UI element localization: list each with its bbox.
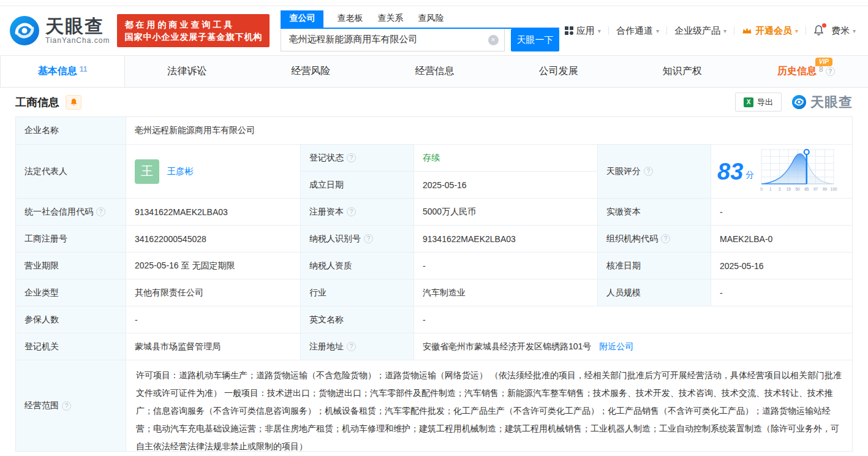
tab-basic-info[interactable]: 基本信息 11 (0, 56, 125, 87)
taxpayer-quality-label: 纳税人资质 (301, 253, 414, 279)
nav-separator (666, 26, 667, 35)
company-name-value: 亳州远程新能源商用车有限公司 (126, 117, 852, 145)
notification-dot (822, 23, 826, 28)
svg-text:99: 99 (823, 187, 828, 191)
tab-legal-litigation[interactable]: 法律诉讼 (125, 56, 249, 87)
reg-number-label: 工商注册号 (16, 226, 126, 253)
help-icon[interactable]: ? (347, 153, 356, 162)
slogan-line1: 都在用的商业查询工具 (124, 18, 262, 31)
crown-icon (742, 26, 752, 35)
help-icon[interactable]: ? (644, 167, 653, 176)
caret-down-icon: ▾ (598, 28, 601, 34)
export-button[interactable]: X 导出 (735, 93, 782, 112)
score-cell[interactable]: 83 分 (711, 145, 852, 199)
watermark-logo: 天眼查 (791, 93, 853, 112)
business-info-header: 工商信息 X 导出 天眼查 (15, 88, 853, 116)
credit-code-value: 91341622MAEK2LBA03 (126, 199, 301, 226)
monitor-bell-button[interactable] (66, 95, 81, 110)
header: 天眼查 TianYanCha.com 都在用的商业查询工具 国家中小企业发展子基… (0, 6, 868, 55)
nav-open-vip[interactable]: 开通会员 ▾ (742, 25, 798, 37)
tab-history-info[interactable]: VIP 历史信息 8 ? (744, 56, 868, 87)
legal-rep-cell: 王 王彦彬 (126, 145, 301, 199)
caret-down-icon: ▾ (853, 28, 856, 34)
caret-down-icon: ▾ (723, 28, 726, 34)
svg-text:85: 85 (804, 187, 809, 191)
tab-count: 11 (80, 65, 88, 74)
bell-icon (70, 98, 78, 107)
search-tab-boss[interactable]: 查老板 (336, 10, 364, 28)
search-tab-relation[interactable]: 查关系 (376, 10, 404, 28)
tab-intellectual-property[interactable]: 知识产权 (621, 56, 744, 87)
approval-date-label: 核准日期 (598, 253, 711, 279)
nav-separator (734, 26, 734, 35)
org-code-label-cell: 组织机构代码 ? (598, 226, 711, 253)
industry-value: 汽车制造业 (414, 279, 598, 306)
reg-authority-value: 蒙城县市场监督管理局 (126, 333, 301, 360)
credit-code-label-cell: 统一社会信用代码 ? (16, 199, 126, 226)
help-icon[interactable]: ? (62, 401, 71, 411)
english-name-label: 英文名称 (301, 306, 414, 333)
score-unit: 分 (745, 170, 754, 181)
tab-company-development[interactable]: 公司发展 (497, 56, 621, 87)
establish-date-value: 2025-05-16 (414, 172, 598, 199)
vip-badge: VIP (815, 58, 832, 66)
search-tab-company[interactable]: 查公司 (281, 10, 323, 28)
nav-apps[interactable]: 应用 ▾ (565, 25, 601, 37)
reg-address-label-cell: 注册地址 ? (301, 333, 414, 360)
reg-address-value: 安徽省亳州市蒙城县经济开发区锦绣路101号 (423, 341, 591, 352)
tab-operation-risk[interactable]: 经营风险 (249, 56, 372, 87)
paid-capital-value: - (711, 199, 852, 226)
industry-label: 行业 (301, 279, 414, 306)
help-icon[interactable]: ? (364, 234, 373, 243)
nav-user[interactable]: 费米 ▾ (831, 25, 856, 37)
search-area: 查公司 查老板 查关系 查风险 ✕ 天眼一下 (281, 10, 559, 51)
help-icon[interactable]: ? (347, 342, 356, 351)
clear-icon[interactable]: ✕ (488, 35, 499, 45)
company-type-value: 其他有限责任公司 (126, 279, 301, 306)
logo-subtitle: TianYanCha.com (45, 36, 110, 45)
tab-operation-info[interactable]: 经营信息 (372, 56, 496, 87)
reg-address-cell: 安徽省亳州市蒙城县经济开发区锦绣路101号 附近公司 (414, 333, 852, 360)
notifications-bell[interactable] (813, 25, 824, 36)
apps-grid-icon (565, 26, 573, 35)
svg-text:15: 15 (787, 187, 791, 191)
svg-text:3: 3 (779, 187, 781, 191)
legal-rep-avatar[interactable]: 王 (135, 159, 159, 184)
help-icon[interactable]: ? (347, 207, 356, 216)
reg-status-value: 存续 (414, 145, 598, 172)
reg-capital-value: 5000万人民币 (414, 199, 598, 226)
top-nav: 应用 ▾ 合作通道 ▾ 企业级产品 ▾ 开通会员 ▾ (565, 25, 859, 37)
search-button[interactable]: 天眼一下 (511, 29, 560, 51)
business-scope-label-cell: 经营范围 ? (16, 360, 126, 451)
help-icon[interactable]: ? (826, 67, 835, 76)
nav-partner-channel[interactable]: 合作通道 ▾ (616, 25, 659, 37)
slogan-banner: 都在用的商业查询工具 国家中小企业发展子基金旗下机构 (117, 14, 270, 47)
tianyancha-logo[interactable]: 天眼查 TianYanCha.com (9, 15, 110, 47)
search-input[interactable] (281, 29, 504, 51)
nav-enterprise-products[interactable]: 企业级产品 ▾ (674, 25, 726, 37)
establish-date-label: 成立日期 (301, 172, 414, 199)
reg-capital-label-cell: 注册资本 ? (301, 199, 414, 226)
search-tab-risk[interactable]: 查风险 (417, 10, 445, 28)
score-distribution-chart: 0 1 3 15 50 85 97 99 100 (759, 148, 837, 195)
legal-rep-link[interactable]: 王彦彬 (167, 166, 193, 177)
taxpayer-quality-value: - (414, 253, 598, 279)
nearby-companies-link[interactable]: 附近公司 (599, 341, 633, 352)
score-value: 83 (717, 160, 743, 183)
logo-title: 天眼查 (45, 17, 110, 36)
svg-text:1: 1 (769, 187, 772, 191)
caret-down-icon: ▾ (656, 28, 659, 34)
svg-text:100: 100 (831, 187, 837, 191)
company-name-label: 企业名称 (16, 117, 126, 145)
business-registration-table: 企业名称 亳州远程新能源商用车有限公司 法定代表人 王 王彦彬 登记状态 ? 存… (15, 116, 853, 452)
english-name-value: - (414, 306, 852, 333)
slogan-line2: 国家中小企业发展子基金旗下机构 (124, 31, 262, 43)
nav-separator (806, 26, 806, 35)
help-icon[interactable]: ? (661, 234, 670, 243)
company-tab-bar: 基本信息 11 法律诉讼 经营风险 经营信息 公司发展 知识产权 VIP 历史信… (0, 55, 868, 88)
search-tabs: 查公司 查老板 查关系 查风险 (281, 10, 559, 29)
tianyancha-logo-icon (9, 15, 40, 47)
tianyancha-logo-icon (791, 94, 807, 110)
help-icon[interactable]: ? (96, 207, 105, 216)
org-code-value: MAEK2LBA-0 (711, 226, 852, 253)
